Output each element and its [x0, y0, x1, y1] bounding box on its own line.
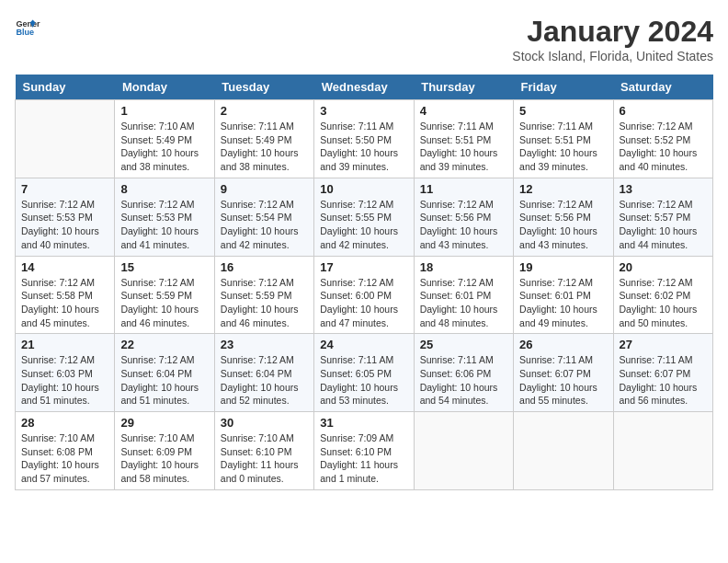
calendar-cell	[414, 412, 513, 490]
calendar-cell: 3Sunrise: 7:11 AM Sunset: 5:50 PM Daylig…	[314, 100, 414, 178]
day-info: Sunrise: 7:12 AM Sunset: 6:01 PM Dayligh…	[420, 276, 507, 330]
calendar-table: SundayMondayTuesdayWednesdayThursdayFrid…	[15, 75, 713, 490]
day-info: Sunrise: 7:11 AM Sunset: 5:51 PM Dayligh…	[519, 120, 607, 174]
calendar-cell: 31Sunrise: 7:09 AM Sunset: 6:10 PM Dayli…	[314, 412, 414, 490]
calendar-cell: 28Sunrise: 7:10 AM Sunset: 6:08 PM Dayli…	[16, 412, 115, 490]
day-info: Sunrise: 7:12 AM Sunset: 5:55 PM Dayligh…	[320, 198, 407, 252]
calendar-cell	[514, 412, 613, 490]
day-number: 20	[620, 260, 707, 274]
logo: General Blue	[15, 15, 40, 40]
calendar-subtitle: Stock Island, Florida, United States	[512, 49, 713, 63]
day-number: 22	[120, 338, 208, 351]
logo-icon: General Blue	[15, 15, 40, 40]
day-info: Sunrise: 7:12 AM Sunset: 5:58 PM Dayligh…	[21, 276, 108, 330]
day-info: Sunrise: 7:12 AM Sunset: 6:04 PM Dayligh…	[221, 353, 308, 408]
calendar-cell: 30Sunrise: 7:10 AM Sunset: 6:10 PM Dayli…	[214, 412, 313, 490]
calendar-cell: 20Sunrise: 7:12 AM Sunset: 6:02 PM Dayli…	[613, 256, 712, 334]
day-info: Sunrise: 7:12 AM Sunset: 5:57 PM Dayligh…	[620, 198, 707, 252]
calendar-cell: 5Sunrise: 7:11 AM Sunset: 5:51 PM Daylig…	[514, 100, 613, 178]
calendar-cell: 15Sunrise: 7:12 AM Sunset: 5:59 PM Dayli…	[115, 256, 214, 334]
day-number: 26	[519, 338, 607, 351]
day-number: 28	[21, 416, 108, 430]
day-info: Sunrise: 7:11 AM Sunset: 6:07 PM Dayligh…	[620, 353, 707, 408]
calendar-cell	[613, 412, 712, 490]
calendar-week-4: 21Sunrise: 7:12 AM Sunset: 6:03 PM Dayli…	[16, 334, 713, 412]
calendar-cell: 11Sunrise: 7:12 AM Sunset: 5:56 PM Dayli…	[414, 178, 513, 256]
day-info: Sunrise: 7:12 AM Sunset: 6:04 PM Dayligh…	[120, 353, 208, 408]
day-info: Sunrise: 7:12 AM Sunset: 5:59 PM Dayligh…	[221, 276, 308, 330]
svg-text:Blue: Blue	[16, 28, 34, 37]
day-info: Sunrise: 7:11 AM Sunset: 6:06 PM Dayligh…	[420, 353, 507, 408]
calendar-cell: 7Sunrise: 7:12 AM Sunset: 5:53 PM Daylig…	[16, 178, 115, 256]
day-info: Sunrise: 7:12 AM Sunset: 5:53 PM Dayligh…	[120, 198, 208, 252]
day-number: 17	[320, 260, 407, 274]
header-tuesday: Tuesday	[214, 75, 313, 100]
calendar-cell: 24Sunrise: 7:11 AM Sunset: 6:05 PM Dayli…	[314, 334, 414, 412]
day-info: Sunrise: 7:12 AM Sunset: 5:56 PM Dayligh…	[420, 198, 507, 252]
day-number: 14	[21, 260, 108, 274]
svg-text:General: General	[16, 19, 40, 29]
day-number: 5	[519, 104, 607, 118]
day-number: 25	[420, 338, 507, 351]
calendar-cell: 4Sunrise: 7:11 AM Sunset: 5:51 PM Daylig…	[414, 100, 513, 178]
day-number: 30	[221, 416, 308, 430]
day-number: 3	[320, 104, 407, 118]
calendar-cell: 6Sunrise: 7:12 AM Sunset: 5:52 PM Daylig…	[613, 100, 712, 178]
day-number: 4	[420, 104, 507, 118]
calendar-cell: 19Sunrise: 7:12 AM Sunset: 6:01 PM Dayli…	[514, 256, 613, 334]
header-friday: Friday	[514, 75, 613, 100]
calendar-cell: 18Sunrise: 7:12 AM Sunset: 6:01 PM Dayli…	[414, 256, 513, 334]
day-info: Sunrise: 7:12 AM Sunset: 5:52 PM Dayligh…	[620, 120, 707, 174]
day-info: Sunrise: 7:12 AM Sunset: 6:02 PM Dayligh…	[620, 276, 707, 330]
day-number: 16	[221, 260, 308, 274]
day-info: Sunrise: 7:10 AM Sunset: 5:49 PM Dayligh…	[120, 120, 208, 174]
day-number: 8	[120, 182, 208, 196]
page-header: General Blue January 2024 Stock Island, …	[15, 15, 713, 63]
day-info: Sunrise: 7:12 AM Sunset: 6:03 PM Dayligh…	[21, 353, 108, 408]
title-block: January 2024 Stock Island, Florida, Unit…	[512, 15, 713, 63]
calendar-cell: 14Sunrise: 7:12 AM Sunset: 5:58 PM Dayli…	[16, 256, 115, 334]
day-number: 23	[221, 338, 308, 351]
day-info: Sunrise: 7:12 AM Sunset: 5:59 PM Dayligh…	[120, 276, 208, 330]
header-thursday: Thursday	[414, 75, 513, 100]
calendar-cell: 12Sunrise: 7:12 AM Sunset: 5:56 PM Dayli…	[514, 178, 613, 256]
day-info: Sunrise: 7:10 AM Sunset: 6:10 PM Dayligh…	[221, 431, 308, 486]
day-info: Sunrise: 7:11 AM Sunset: 5:51 PM Dayligh…	[420, 120, 507, 174]
calendar-cell: 17Sunrise: 7:12 AM Sunset: 6:00 PM Dayli…	[314, 256, 414, 334]
day-number: 9	[221, 182, 308, 196]
day-number: 10	[320, 182, 407, 196]
calendar-cell: 13Sunrise: 7:12 AM Sunset: 5:57 PM Dayli…	[613, 178, 712, 256]
calendar-cell: 26Sunrise: 7:11 AM Sunset: 6:07 PM Dayli…	[514, 334, 613, 412]
calendar-cell: 29Sunrise: 7:10 AM Sunset: 6:09 PM Dayli…	[115, 412, 214, 490]
calendar-cell: 9Sunrise: 7:12 AM Sunset: 5:54 PM Daylig…	[214, 178, 313, 256]
day-info: Sunrise: 7:09 AM Sunset: 6:10 PM Dayligh…	[320, 431, 407, 486]
header-sunday: Sunday	[16, 75, 115, 100]
day-number: 31	[320, 416, 407, 430]
day-number: 2	[221, 104, 308, 118]
day-number: 7	[21, 182, 108, 196]
day-number: 29	[120, 416, 208, 430]
calendar-cell: 8Sunrise: 7:12 AM Sunset: 5:53 PM Daylig…	[115, 178, 214, 256]
calendar-week-2: 7Sunrise: 7:12 AM Sunset: 5:53 PM Daylig…	[16, 178, 713, 256]
calendar-week-5: 28Sunrise: 7:10 AM Sunset: 6:08 PM Dayli…	[16, 412, 713, 490]
day-number: 18	[420, 260, 507, 274]
calendar-cell: 2Sunrise: 7:11 AM Sunset: 5:49 PM Daylig…	[214, 100, 313, 178]
day-info: Sunrise: 7:11 AM Sunset: 5:49 PM Dayligh…	[221, 120, 308, 174]
calendar-header-row: SundayMondayTuesdayWednesdayThursdayFrid…	[16, 75, 713, 100]
calendar-cell: 23Sunrise: 7:12 AM Sunset: 6:04 PM Dayli…	[214, 334, 313, 412]
day-number: 11	[420, 182, 507, 196]
day-number: 27	[620, 338, 707, 351]
calendar-week-1: 1Sunrise: 7:10 AM Sunset: 5:49 PM Daylig…	[16, 100, 713, 178]
day-info: Sunrise: 7:12 AM Sunset: 5:54 PM Dayligh…	[221, 198, 308, 252]
day-number: 24	[320, 338, 407, 351]
day-number: 13	[620, 182, 707, 196]
day-number: 19	[519, 260, 607, 274]
day-info: Sunrise: 7:12 AM Sunset: 6:01 PM Dayligh…	[519, 276, 607, 330]
day-info: Sunrise: 7:12 AM Sunset: 5:53 PM Dayligh…	[21, 198, 108, 252]
calendar-cell: 16Sunrise: 7:12 AM Sunset: 5:59 PM Dayli…	[214, 256, 313, 334]
calendar-cell: 27Sunrise: 7:11 AM Sunset: 6:07 PM Dayli…	[613, 334, 712, 412]
calendar-week-3: 14Sunrise: 7:12 AM Sunset: 5:58 PM Dayli…	[16, 256, 713, 334]
day-info: Sunrise: 7:10 AM Sunset: 6:09 PM Dayligh…	[120, 431, 208, 486]
day-info: Sunrise: 7:11 AM Sunset: 5:50 PM Dayligh…	[320, 120, 407, 174]
header-saturday: Saturday	[613, 75, 712, 100]
